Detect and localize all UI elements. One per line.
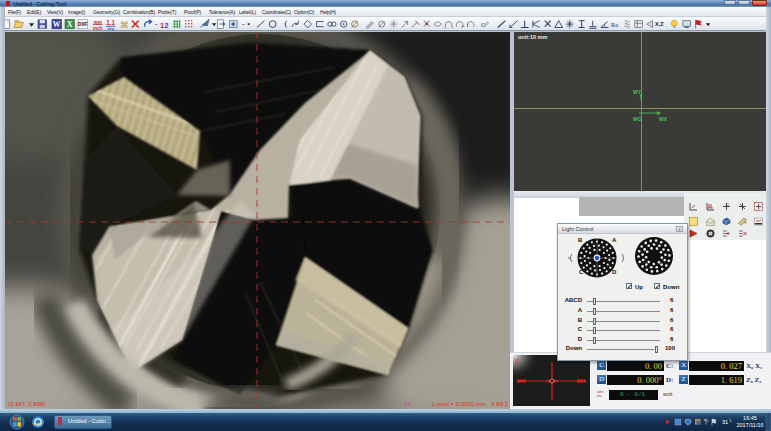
svg-text:1 pixel = 0.0030 mm X 89.2: 1 pixel = 0.0030 mm X 89.2 bbox=[431, 401, 508, 407]
svg-text:deg: deg bbox=[107, 27, 114, 31]
svg-text:X: X bbox=[67, 20, 73, 29]
svg-text:23: 23 bbox=[404, 401, 411, 407]
svg-text:31: 31 bbox=[722, 419, 728, 425]
svg-text:⌘: ⌘ bbox=[120, 20, 129, 30]
svg-text:Ra: Ra bbox=[611, 21, 618, 28]
svg-text:inch: inch bbox=[93, 26, 103, 31]
svg-text:1.1: 1.1 bbox=[106, 19, 115, 26]
svg-text:W: W bbox=[53, 20, 61, 29]
svg-text:mm: mm bbox=[94, 20, 102, 25]
svg-text:(0.347, 0.888): (0.347, 0.888) bbox=[8, 401, 45, 407]
svg-text:DXF: DXF bbox=[78, 22, 87, 27]
svg-text:S: S bbox=[515, 358, 519, 364]
svg-text:2: 2 bbox=[164, 21, 168, 30]
svg-text:O°: O° bbox=[481, 21, 489, 28]
svg-text:X,Z: X,Z bbox=[655, 21, 664, 27]
